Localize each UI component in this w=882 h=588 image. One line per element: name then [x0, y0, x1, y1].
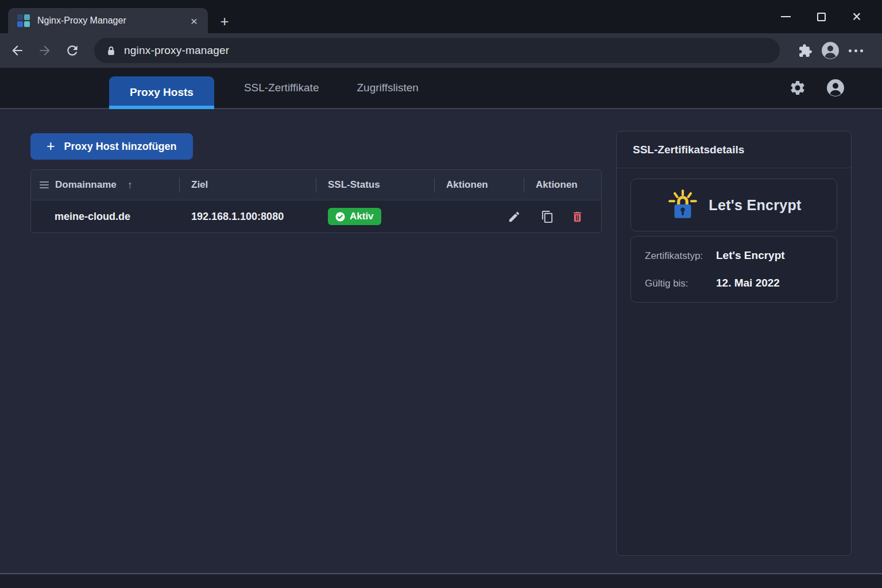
rows-menu-icon: [40, 181, 49, 188]
url-text: nginx-proxy-manager: [124, 44, 229, 57]
edit-button[interactable]: [506, 209, 521, 224]
window-controls: ×: [761, 0, 868, 33]
plus-icon: +: [47, 138, 55, 154]
maximize-icon: [817, 13, 826, 21]
window-close-button[interactable]: ×: [845, 0, 868, 33]
lets-encrypt-logo-icon: [666, 188, 699, 222]
user-avatar-icon: [826, 78, 845, 98]
avatar-icon: [821, 41, 840, 60]
extensions-button[interactable]: [792, 38, 818, 63]
status-badge-label: Aktiv: [350, 211, 374, 222]
browser-toolbar: nginx-proxy-manager: [0, 33, 882, 68]
proxy-hosts-table: Domainname ↑ Ziel SSL-Status Aktionen Ak…: [30, 169, 602, 233]
app-nav-actions: [788, 68, 845, 108]
detail-row-valid-until: Gültig bis: 12. Mai 2022: [645, 277, 823, 289]
lets-encrypt-card: Let's Encrypt: [630, 179, 837, 231]
tab-zugriffslisten[interactable]: Zugriffslisten: [357, 82, 418, 94]
reload-button[interactable]: [59, 38, 86, 63]
back-button[interactable]: [3, 38, 31, 63]
header-ssl-status: SSL-Status: [316, 170, 434, 200]
cert-type-value: Let's Encrypt: [716, 249, 785, 262]
delete-button[interactable]: [570, 209, 585, 224]
lock-icon: [106, 45, 117, 56]
cert-type-label: Zertifikatstyp:: [645, 250, 716, 262]
status-badge: Aktiv: [328, 208, 381, 225]
browser-tab[interactable]: Nginx-Proxy Manager ×: [8, 8, 208, 33]
pencil-icon: [508, 210, 521, 223]
tab-ssl-zertifikate[interactable]: SSL-Zertiffikate: [244, 82, 319, 94]
browser-menu-button[interactable]: [843, 38, 868, 63]
gear-icon: [789, 79, 806, 96]
close-icon: ×: [852, 9, 861, 25]
main-content: + Proxy Host hinzofügen Domainname ↑ Zie…: [0, 109, 882, 573]
sort-ascending-icon: ↑: [127, 179, 133, 191]
cell-domainname: meine-cloud.de: [31, 200, 179, 233]
valid-until-value: 12. Mai 2022: [716, 277, 780, 289]
address-bar[interactable]: nginx-proxy-manager: [94, 38, 780, 63]
ssl-details-panel: SSL-Zertifikatsdetails Let's Encrypt: [616, 131, 852, 556]
app-nav-tabs: Proxy Hosts SSL-Zertiffikate Zugriffslis…: [109, 68, 419, 108]
header-domainname-label: Domainname: [55, 179, 117, 191]
cell-ssl-status: Aktiv: [316, 200, 434, 233]
window-maximize-button[interactable]: [810, 0, 833, 33]
copy-icon: [541, 210, 554, 223]
puzzle-icon: [798, 44, 813, 58]
cell-ziel: 192.168.1.100:8080: [179, 200, 316, 233]
cell-aktionen-1: [434, 200, 524, 233]
forward-button[interactable]: [31, 38, 59, 63]
tab-proxy-hosts[interactable]: Proxy Hosts: [109, 76, 214, 108]
tab-close-icon[interactable]: ×: [189, 15, 199, 27]
browser-titlebar: Nginx-Proxy Manager × + ×: [0, 0, 882, 33]
add-proxy-host-button[interactable]: + Proxy Host hinzofügen: [30, 133, 193, 160]
browser-window: Nginx-Proxy Manager × + × nginx-proxy-ma…: [0, 0, 882, 588]
lets-encrypt-label: Let's Encrypt: [709, 197, 801, 214]
certificate-details-card: Zertifikatstyp: Let's Encrypt Gültig bis…: [630, 236, 837, 303]
back-arrow-icon: [10, 43, 25, 58]
valid-until-label: Gültig bis:: [645, 278, 716, 289]
app-navigation: Proxy Hosts SSL-Zertiffikate Zugriffslis…: [0, 68, 882, 109]
bottom-taskbar-strip: [0, 573, 882, 588]
site-favicon: [17, 14, 30, 27]
duplicate-button[interactable]: [540, 209, 555, 224]
minimize-icon: [781, 16, 791, 17]
check-circle-icon: [335, 212, 345, 222]
settings-button[interactable]: [788, 78, 807, 98]
profile-button[interactable]: [818, 38, 843, 63]
reload-icon: [65, 43, 80, 58]
ssl-panel-title: SSL-Zertifikatsdetails: [617, 131, 851, 168]
header-ziel: Ziel: [179, 170, 316, 200]
table-header-row: Domainname ↑ Ziel SSL-Status Aktionen Ak…: [31, 170, 601, 200]
cell-aktionen-2: [524, 200, 601, 233]
menu-dots-icon: [849, 49, 863, 52]
new-tab-button[interactable]: +: [215, 11, 234, 31]
tab-title: Nginx-Proxy Manager: [37, 16, 182, 26]
detail-row-type: Zertifikatstyp: Let's Encrypt: [645, 249, 823, 262]
forward-arrow-icon: [37, 43, 52, 58]
header-domainname[interactable]: Domainname ↑: [31, 170, 179, 200]
trash-icon: [571, 210, 584, 223]
table-row: meine-cloud.de 192.168.1.100:8080 Aktiv: [31, 200, 601, 233]
user-account-button[interactable]: [826, 78, 845, 98]
add-proxy-host-label: Proxy Host hinzofügen: [64, 141, 177, 153]
window-minimize-button[interactable]: [774, 0, 797, 33]
header-aktionen-1: Aktionen: [434, 170, 524, 200]
header-aktionen-2: Aktionen: [524, 170, 601, 200]
